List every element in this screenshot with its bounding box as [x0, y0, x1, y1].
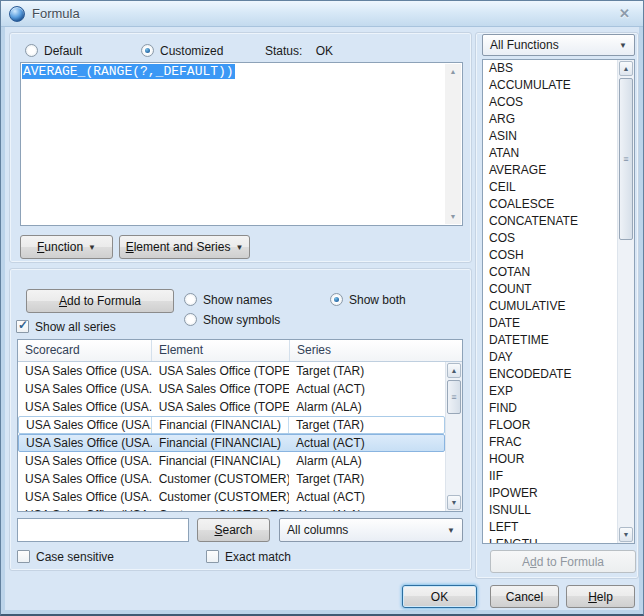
table-row[interactable]: USA Sales Office (USA...Financial (FINAN…	[18, 434, 445, 452]
help-button[interactable]: Help	[566, 585, 635, 608]
function-list-item[interactable]: LEFT	[483, 519, 617, 536]
table-cell: USA Sales Office (USA...	[18, 470, 152, 488]
formula-scrollbar[interactable]: ▲ ▼	[445, 64, 461, 224]
element-and-series-menu-button[interactable]: Element and Series ▼	[119, 235, 250, 259]
function-list-item[interactable]: HOUR	[483, 451, 617, 468]
function-list-item[interactable]: FLOOR	[483, 417, 617, 434]
scroll-up-icon[interactable]: ▲	[447, 363, 461, 378]
function-list-item[interactable]: COS	[483, 230, 617, 247]
table-cell: Alarm (ALA)	[289, 506, 445, 511]
scroll-up-icon[interactable]: ▲	[619, 61, 633, 76]
function-list-item[interactable]: CUMULATIVE	[483, 298, 617, 315]
function-list-item[interactable]: CEIL	[483, 179, 617, 196]
formula-editor[interactable]: AVERAGE_(RANGE(?,_DEFAULT)) ▲ ▼	[20, 62, 463, 226]
radio-show-symbols[interactable]: Show symbols	[184, 312, 280, 327]
search-button-label: Search	[214, 523, 252, 537]
radio-default-icon	[25, 44, 38, 57]
checkbox-show-all-series[interactable]: Show all series	[16, 319, 116, 334]
table-cell: Customer (CUSTOMER)	[152, 470, 290, 488]
function-list-item[interactable]: DATETIME	[483, 332, 617, 349]
table-row[interactable]: USA Sales Office (USA...Financial (FINAN…	[18, 452, 445, 470]
function-list-item[interactable]: FRAC	[483, 434, 617, 451]
ok-button[interactable]: OK	[402, 585, 477, 608]
table-header: Scorecard Element Series	[18, 340, 462, 362]
scroll-down-icon[interactable]: ▼	[445, 209, 461, 224]
table-row[interactable]: USA Sales Office (USA...USA Sales Office…	[18, 398, 445, 416]
function-list-item[interactable]: IIF	[483, 468, 617, 485]
function-list-item[interactable]: ASIN	[483, 128, 617, 145]
add-to-formula-button[interactable]: Add to Formula	[26, 289, 174, 313]
function-list-item[interactable]: COUNT	[483, 281, 617, 298]
column-header-element[interactable]: Element	[152, 340, 290, 361]
table-row[interactable]: USA Sales Office (USA...Financial (FINAN…	[18, 416, 445, 434]
scroll-down-icon[interactable]: ▼	[619, 527, 633, 542]
checkbox-exact-match-label: Exact match	[225, 550, 291, 564]
function-list-item[interactable]: ACCUMULATE	[483, 77, 617, 94]
checkbox-case-sensitive[interactable]: Case sensitive	[17, 549, 114, 564]
column-header-series[interactable]: Series	[290, 340, 446, 361]
table-row[interactable]: USA Sales Office (USA...USA Sales Office…	[18, 380, 445, 398]
functions-add-to-formula-button[interactable]: Add to Formula	[490, 550, 636, 573]
table-row[interactable]: USA Sales Office (USA...Customer (CUSTOM…	[18, 506, 445, 511]
functions-filter-value: All Functions	[490, 38, 559, 52]
formula-text-line: AVERAGE_(RANGE(?,_DEFAULT))	[21, 63, 462, 80]
function-list-item[interactable]: ABS	[483, 60, 617, 77]
function-list-item[interactable]: COSH	[483, 247, 617, 264]
table-row[interactable]: USA Sales Office (USA...Customer (CUSTOM…	[18, 488, 445, 506]
scroll-up-icon[interactable]: ▲	[445, 64, 461, 79]
checkbox-exact-match[interactable]: Exact match	[206, 549, 291, 564]
table-row[interactable]: USA Sales Office (USA...Customer (CUSTOM…	[18, 470, 445, 488]
function-list-item[interactable]: COTAN	[483, 264, 617, 281]
columns-dropdown-value: All columns	[287, 523, 348, 537]
function-list-item[interactable]: IPOWER	[483, 485, 617, 502]
title-bar[interactable]: Formula ✕	[1, 1, 643, 27]
function-list-item[interactable]: ACOS	[483, 94, 617, 111]
close-icon[interactable]: ✕	[619, 6, 630, 21]
element-and-series-label: Element and Series	[126, 240, 231, 254]
table-scrollbar-thumb[interactable]: ≡	[447, 380, 461, 414]
function-list-item[interactable]: CONCATENATE	[483, 213, 617, 230]
add-to-formula-label: Add to Formula	[59, 294, 141, 308]
radio-show-both[interactable]: Show both	[330, 292, 406, 307]
function-list-item[interactable]: ISNULL	[483, 502, 617, 519]
status-label: Status:	[265, 44, 302, 58]
table-cell: Financial (FINANCIAL)	[152, 417, 289, 433]
table-cell: Actual (ACT)	[289, 488, 445, 506]
function-list-item[interactable]: ENCODEDATE	[483, 366, 617, 383]
radio-show-names[interactable]: Show names	[184, 292, 272, 307]
columns-dropdown[interactable]: All columns ▼	[279, 518, 463, 542]
function-list-item[interactable]: ATAN	[483, 145, 617, 162]
function-list-item[interactable]: ARG	[483, 111, 617, 128]
cancel-button[interactable]: Cancel	[490, 585, 559, 608]
function-scrollbar-thumb[interactable]: ≡	[619, 78, 633, 240]
formula-selected-text: AVERAGE_(RANGE(?,_DEFAULT))	[22, 64, 235, 79]
column-header-scorecard[interactable]: Scorecard	[18, 340, 152, 361]
function-list-item[interactable]: LENGTH	[483, 536, 617, 543]
function-menu-label: Function	[37, 240, 83, 254]
radio-customized[interactable]: Customized	[141, 43, 223, 58]
table-body: USA Sales Office (USA...USA Sales Office…	[18, 362, 445, 511]
table-scrollbar[interactable]: ▲ ≡ ▼	[445, 362, 462, 511]
search-button[interactable]: Search	[197, 518, 270, 542]
function-list-item[interactable]: FIND	[483, 400, 617, 417]
search-input[interactable]	[17, 518, 189, 542]
functions-filter-dropdown[interactable]: All Functions ▼	[482, 34, 635, 56]
table-cell: Alarm (ALA)	[289, 398, 445, 416]
function-menu-button[interactable]: Function ▼	[20, 235, 113, 259]
function-list-item[interactable]: DATE	[483, 315, 617, 332]
help-button-label: Help	[588, 590, 613, 604]
function-list-scrollbar[interactable]: ▲ ≡ ▼	[617, 60, 634, 543]
function-list-item[interactable]: EXP	[483, 383, 617, 400]
table-cell: USA Sales Office (TOPE...	[152, 380, 290, 398]
table-cell: Alarm (ALA)	[289, 452, 445, 470]
scroll-down-icon[interactable]: ▼	[447, 495, 461, 510]
radio-default[interactable]: Default	[25, 43, 82, 58]
table-cell: USA Sales Office (USA...	[18, 362, 152, 380]
function-list-item[interactable]: AVERAGE	[483, 162, 617, 179]
radio-show-both-label: Show both	[349, 293, 406, 307]
function-list-item[interactable]: COALESCE	[483, 196, 617, 213]
table-cell: USA Sales Office (TOPE...	[152, 362, 290, 380]
function-list-item[interactable]: DAY	[483, 349, 617, 366]
table-row[interactable]: USA Sales Office (USA...USA Sales Office…	[18, 362, 445, 380]
table-cell: Target (TAR)	[289, 362, 445, 380]
